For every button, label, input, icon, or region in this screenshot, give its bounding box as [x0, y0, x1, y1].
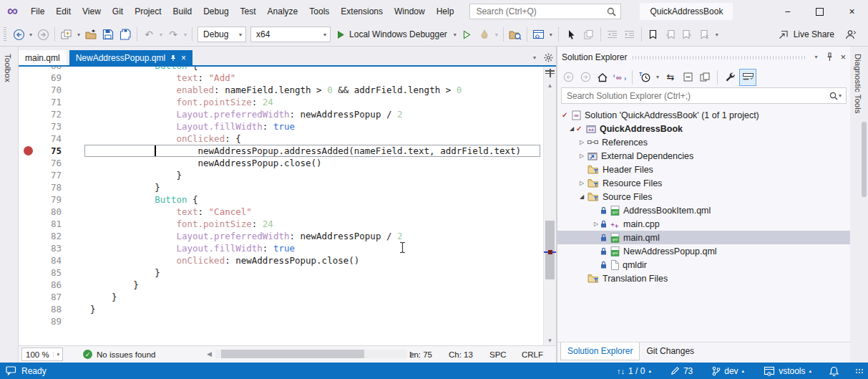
- expander-closed-icon[interactable]: ▷: [592, 221, 600, 227]
- pin-icon[interactable]: [826, 52, 833, 62]
- save-button[interactable]: [99, 26, 117, 43]
- breakpoint-margin[interactable]: [19, 84, 36, 96]
- column-indicator[interactable]: Ch: 13: [449, 350, 489, 359]
- tool-window-tab-solution-explorer[interactable]: Solution Explorer: [560, 342, 640, 360]
- code-line[interactable]: 79 Button {: [19, 193, 543, 206]
- solution-explorer-search-box[interactable]: ▾: [561, 87, 847, 104]
- find-in-files-button[interactable]: [507, 26, 524, 43]
- code-line[interactable]: 88}: [19, 303, 543, 315]
- code-editor[interactable]: 68 Button {69 text: "Add"70 enabled: nam…: [19, 67, 556, 345]
- breakpoint-margin[interactable]: [19, 291, 36, 303]
- tree-item-solution-quickaddressbook-1-of-1-project[interactable]: ✓∞Solution 'QuickAddressBook' (1 of 1 pr…: [557, 108, 850, 122]
- increase-indent-button[interactable]: [621, 26, 638, 43]
- space-indicator[interactable]: SPC: [489, 350, 522, 359]
- start-without-debugging-button[interactable]: [459, 26, 476, 43]
- show-all-files-button[interactable]: [697, 69, 713, 85]
- navigate-forward-button[interactable]: [34, 26, 52, 43]
- breakpoint-margin[interactable]: [19, 279, 36, 291]
- undo-caret[interactable]: ▾: [157, 32, 165, 38]
- notifications-bell-icon[interactable]: [829, 366, 839, 376]
- open-file-button[interactable]: [82, 26, 99, 43]
- code-line[interactable]: 80 text: "Cancel": [19, 206, 543, 218]
- code-line[interactable]: 89: [19, 315, 543, 327]
- search-options-caret[interactable]: ▾: [838, 92, 842, 99]
- resize-grip[interactable]: [855, 368, 864, 374]
- maximize-button[interactable]: [804, 0, 836, 23]
- breakpoint-margin[interactable]: [19, 242, 36, 254]
- menu-item-test[interactable]: Test: [235, 0, 262, 23]
- code-line[interactable]: 69 text: "Add": [19, 72, 543, 84]
- panel-options-caret[interactable]: ▾: [812, 54, 819, 60]
- minimize-button[interactable]: −: [771, 0, 804, 23]
- breakpoint-margin[interactable]: [19, 157, 36, 169]
- code-line[interactable]: 75 newAddressPopup.addressAdded(nameFiel…: [19, 145, 543, 157]
- code-line[interactable]: 68 Button {: [19, 67, 543, 72]
- expander-open-icon[interactable]: ◢: [577, 193, 586, 200]
- tab-list-caret[interactable]: ▾: [531, 54, 538, 61]
- menu-item-help[interactable]: Help: [431, 0, 460, 23]
- tree-item-external-dependencies[interactable]: ▷External Dependencies: [557, 149, 850, 163]
- panel-drag-texture[interactable]: [633, 56, 806, 59]
- panel-close-icon[interactable]: ×: [840, 52, 846, 62]
- code-line[interactable]: 82 Layout.preferredWidth: newAddressPopu…: [19, 230, 543, 242]
- menu-item-view[interactable]: View: [77, 0, 107, 23]
- feedback-person-icon[interactable]: [844, 29, 857, 40]
- tree-item-references[interactable]: ▷References: [557, 135, 850, 149]
- menu-item-edit[interactable]: Edit: [50, 0, 77, 23]
- scroll-left-arrow[interactable]: ◀: [207, 349, 212, 359]
- save-all-button[interactable]: [117, 26, 134, 43]
- breakpoint-margin[interactable]: [19, 206, 36, 218]
- menu-item-project[interactable]: Project: [129, 0, 167, 23]
- code-line[interactable]: 84 onClicked: newAddressPopup.close(): [19, 254, 543, 267]
- tree-item-main-qml[interactable]: qmlmain.qml: [557, 231, 850, 244]
- expander-closed-icon[interactable]: ▷: [577, 180, 586, 186]
- start-debugging-caret[interactable]: ▾: [452, 32, 459, 38]
- scroll-down-arrow[interactable]: ▼: [544, 337, 556, 344]
- breakpoint-margin[interactable]: [19, 108, 36, 120]
- sync-with-active-document-button[interactable]: ⇆: [663, 69, 678, 85]
- expander-closed-icon[interactable]: ▷: [577, 153, 586, 159]
- zoom-level-dropdown[interactable]: 100 %▾: [21, 347, 63, 361]
- breakpoint-margin[interactable]: [19, 254, 36, 267]
- right-strip-scrollbar[interactable]: [862, 122, 867, 197]
- breakpoint-margin[interactable]: [19, 67, 36, 72]
- menu-item-extensions[interactable]: Extensions: [335, 0, 389, 23]
- breakpoint-margin[interactable]: [19, 315, 36, 327]
- code-line[interactable]: 71 font.pointSize: 24: [19, 96, 543, 108]
- solution-explorer-search-input[interactable]: [565, 90, 829, 102]
- split-window-handle[interactable]: [545, 69, 555, 77]
- code-line[interactable]: 86 }: [19, 279, 543, 291]
- redo-button[interactable]: ↷: [165, 26, 182, 43]
- breakpoint-margin[interactable]: [19, 120, 36, 133]
- code-line[interactable]: 72 Layout.preferredWidth: newAddressPopu…: [19, 108, 543, 120]
- git-repository-button[interactable]: vstools ▴: [764, 366, 811, 376]
- feedback-bubble-icon[interactable]: [6, 366, 16, 375]
- menu-item-window[interactable]: Window: [389, 0, 431, 23]
- code-line[interactable]: 77 }: [19, 169, 543, 181]
- previous-bookmark-button[interactable]: [662, 26, 679, 43]
- breakpoint-margin[interactable]: [19, 218, 36, 230]
- breakpoint-margin[interactable]: [19, 96, 36, 108]
- tree-item-header-files[interactable]: Header Files: [557, 163, 850, 176]
- code-line[interactable]: 85 }: [19, 267, 543, 279]
- code-line[interactable]: 78 }: [19, 181, 543, 193]
- se-forward-button[interactable]: [577, 69, 593, 85]
- breakpoint-margin[interactable]: [19, 145, 36, 157]
- redo-caret[interactable]: ▾: [182, 32, 189, 38]
- close-button[interactable]: ×: [836, 0, 868, 23]
- code-line[interactable]: 74 onClicked: {: [19, 133, 543, 145]
- code-line[interactable]: 76 newAddressPopup.close(): [19, 157, 543, 169]
- tree-item-resource-files[interactable]: ▷Resource Files: [557, 176, 850, 190]
- quick-search-input[interactable]: [474, 6, 607, 17]
- window-layout-caret[interactable]: ▾: [547, 32, 555, 38]
- breakpoint-margin[interactable]: [19, 193, 36, 206]
- git-sync-button[interactable]: ↑↓ 1 / 0 ▴: [617, 366, 651, 376]
- collapse-all-button[interactable]: [680, 69, 696, 85]
- tree-item-translation-files[interactable]: Translation Files: [557, 272, 850, 285]
- pending-changes-filter-button[interactable]: T: [637, 69, 653, 85]
- tool-window-tab-git-changes[interactable]: Git Changes: [640, 342, 701, 360]
- pin-icon[interactable]: [170, 54, 176, 62]
- tab-newaddresspopup-qml[interactable]: NewAddressPopup.qml×: [69, 50, 192, 65]
- menu-item-analyze[interactable]: Analyze: [262, 0, 304, 23]
- tree-item-quickaddressbook[interactable]: ◢✓++QuickAddressBook: [557, 122, 850, 135]
